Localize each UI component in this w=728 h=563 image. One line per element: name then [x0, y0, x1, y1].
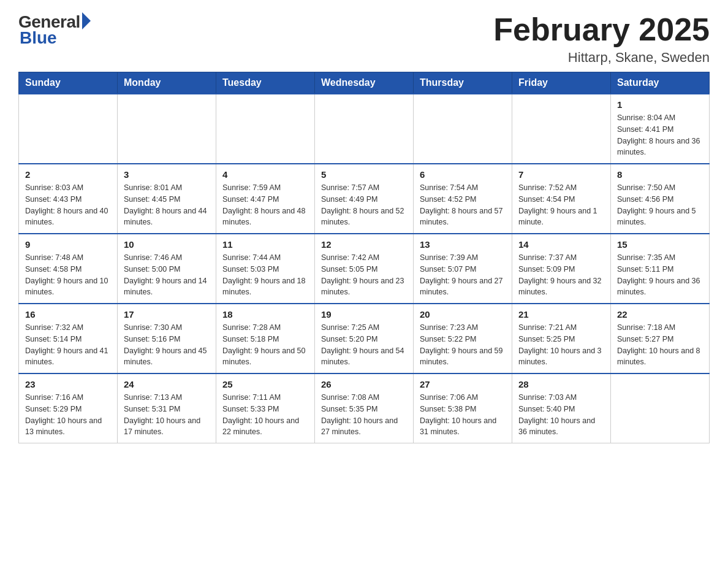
day-sun-info: Sunrise: 7:11 AMSunset: 5:33 PMDaylight:…	[222, 392, 308, 438]
weekday-header: Thursday	[414, 72, 512, 94]
day-number: 6	[420, 169, 506, 180]
day-number: 25	[222, 379, 308, 389]
day-number: 14	[518, 239, 604, 250]
calendar-day-cell: 1Sunrise: 8:04 AMSunset: 4:41 PMDaylight…	[611, 94, 710, 164]
calendar-day-cell	[512, 94, 611, 164]
day-number: 4	[222, 169, 308, 180]
calendar-day-cell: 28Sunrise: 7:03 AMSunset: 5:40 PMDayligh…	[512, 373, 611, 443]
calendar-day-cell: 7Sunrise: 7:52 AMSunset: 4:54 PMDaylight…	[512, 164, 611, 234]
calendar-day-cell: 4Sunrise: 7:59 AMSunset: 4:47 PMDaylight…	[216, 164, 315, 234]
calendar-day-cell	[118, 94, 216, 164]
calendar-day-cell: 21Sunrise: 7:21 AMSunset: 5:25 PMDayligh…	[512, 304, 611, 373]
logo-bottom-text: Blue	[20, 28, 57, 48]
day-number: 7	[518, 169, 604, 180]
day-sun-info: Sunrise: 7:37 AMSunset: 5:09 PMDaylight:…	[518, 252, 604, 298]
calendar-table: SundayMondayTuesdayWednesdayThursdayFrid…	[18, 72, 710, 443]
day-number: 5	[321, 169, 407, 180]
day-number: 15	[617, 239, 703, 250]
day-sun-info: Sunrise: 7:08 AMSunset: 5:35 PMDaylight:…	[321, 392, 407, 438]
day-number: 3	[124, 169, 210, 180]
page-header: General Blue February 2025 Hittarp, Skan…	[18, 12, 710, 66]
day-sun-info: Sunrise: 8:04 AMSunset: 4:41 PMDaylight:…	[617, 112, 703, 158]
day-sun-info: Sunrise: 8:01 AMSunset: 4:45 PMDaylight:…	[124, 182, 210, 228]
calendar-day-cell: 8Sunrise: 7:50 AMSunset: 4:56 PMDaylight…	[611, 164, 710, 234]
logo-triangle-icon	[82, 12, 91, 29]
calendar-day-cell: 18Sunrise: 7:28 AMSunset: 5:18 PMDayligh…	[216, 304, 315, 373]
day-sun-info: Sunrise: 7:18 AMSunset: 5:27 PMDaylight:…	[617, 322, 703, 368]
day-number: 12	[321, 239, 407, 250]
calendar-day-cell: 3Sunrise: 8:01 AMSunset: 4:45 PMDaylight…	[118, 164, 216, 234]
day-sun-info: Sunrise: 7:44 AMSunset: 5:03 PMDaylight:…	[222, 252, 308, 298]
day-number: 9	[25, 239, 111, 250]
day-number: 13	[420, 239, 506, 250]
day-number: 19	[321, 309, 407, 320]
day-sun-info: Sunrise: 8:03 AMSunset: 4:43 PMDaylight:…	[25, 182, 111, 228]
calendar-day-cell: 13Sunrise: 7:39 AMSunset: 5:07 PMDayligh…	[414, 234, 512, 304]
calendar-day-cell	[414, 94, 512, 164]
calendar-day-cell: 23Sunrise: 7:16 AMSunset: 5:29 PMDayligh…	[19, 373, 118, 443]
month-title: February 2025	[493, 12, 710, 47]
day-number: 21	[518, 309, 604, 320]
calendar-day-cell: 26Sunrise: 7:08 AMSunset: 5:35 PMDayligh…	[315, 373, 414, 443]
calendar-day-cell: 5Sunrise: 7:57 AMSunset: 4:49 PMDaylight…	[315, 164, 414, 234]
calendar-day-cell: 6Sunrise: 7:54 AMSunset: 4:52 PMDaylight…	[414, 164, 512, 234]
calendar-day-cell: 17Sunrise: 7:30 AMSunset: 5:16 PMDayligh…	[118, 304, 216, 373]
day-sun-info: Sunrise: 7:25 AMSunset: 5:20 PMDaylight:…	[321, 322, 407, 368]
logo: General Blue	[18, 12, 93, 48]
day-number: 27	[420, 379, 506, 389]
day-sun-info: Sunrise: 7:42 AMSunset: 5:05 PMDaylight:…	[321, 252, 407, 298]
day-sun-info: Sunrise: 7:03 AMSunset: 5:40 PMDaylight:…	[518, 392, 604, 438]
calendar-day-cell	[216, 94, 315, 164]
weekday-header: Monday	[118, 72, 216, 94]
weekday-header: Tuesday	[216, 72, 315, 94]
calendar-day-cell: 9Sunrise: 7:48 AMSunset: 4:58 PMDaylight…	[19, 234, 118, 304]
day-number: 2	[25, 169, 111, 180]
day-number: 10	[124, 239, 210, 250]
calendar-day-cell: 24Sunrise: 7:13 AMSunset: 5:31 PMDayligh…	[118, 373, 216, 443]
day-sun-info: Sunrise: 7:46 AMSunset: 5:00 PMDaylight:…	[124, 252, 210, 298]
day-sun-info: Sunrise: 7:30 AMSunset: 5:16 PMDaylight:…	[124, 322, 210, 368]
calendar-day-cell	[19, 94, 118, 164]
calendar-day-cell	[315, 94, 414, 164]
day-number: 17	[124, 309, 210, 320]
calendar-day-cell: 25Sunrise: 7:11 AMSunset: 5:33 PMDayligh…	[216, 373, 315, 443]
day-number: 20	[420, 309, 506, 320]
day-number: 16	[25, 309, 111, 320]
day-number: 11	[222, 239, 308, 250]
day-sun-info: Sunrise: 7:35 AMSunset: 5:11 PMDaylight:…	[617, 252, 703, 298]
day-sun-info: Sunrise: 7:52 AMSunset: 4:54 PMDaylight:…	[518, 182, 604, 228]
day-number: 24	[124, 379, 210, 389]
calendar-day-cell: 11Sunrise: 7:44 AMSunset: 5:03 PMDayligh…	[216, 234, 315, 304]
location: Hittarp, Skane, Sweden	[493, 50, 710, 66]
weekday-header: Saturday	[611, 72, 710, 94]
day-sun-info: Sunrise: 7:57 AMSunset: 4:49 PMDaylight:…	[321, 182, 407, 228]
calendar-day-cell: 19Sunrise: 7:25 AMSunset: 5:20 PMDayligh…	[315, 304, 414, 373]
calendar-header-row: SundayMondayTuesdayWednesdayThursdayFrid…	[19, 72, 710, 94]
calendar-day-cell: 10Sunrise: 7:46 AMSunset: 5:00 PMDayligh…	[118, 234, 216, 304]
day-number: 26	[321, 379, 407, 389]
day-sun-info: Sunrise: 7:54 AMSunset: 4:52 PMDaylight:…	[420, 182, 506, 228]
calendar-day-cell	[611, 373, 710, 443]
day-number: 8	[617, 169, 703, 180]
calendar-day-cell: 22Sunrise: 7:18 AMSunset: 5:27 PMDayligh…	[611, 304, 710, 373]
calendar-day-cell: 20Sunrise: 7:23 AMSunset: 5:22 PMDayligh…	[414, 304, 512, 373]
calendar-day-cell: 27Sunrise: 7:06 AMSunset: 5:38 PMDayligh…	[414, 373, 512, 443]
calendar-day-cell: 16Sunrise: 7:32 AMSunset: 5:14 PMDayligh…	[19, 304, 118, 373]
day-sun-info: Sunrise: 7:32 AMSunset: 5:14 PMDaylight:…	[25, 322, 111, 368]
calendar-day-cell: 15Sunrise: 7:35 AMSunset: 5:11 PMDayligh…	[611, 234, 710, 304]
day-sun-info: Sunrise: 7:21 AMSunset: 5:25 PMDaylight:…	[518, 322, 604, 368]
calendar-week-row: 16Sunrise: 7:32 AMSunset: 5:14 PMDayligh…	[19, 304, 710, 373]
calendar-day-cell: 14Sunrise: 7:37 AMSunset: 5:09 PMDayligh…	[512, 234, 611, 304]
day-sun-info: Sunrise: 7:50 AMSunset: 4:56 PMDaylight:…	[617, 182, 703, 228]
title-block: February 2025 Hittarp, Skane, Sweden	[493, 12, 710, 66]
weekday-header: Wednesday	[315, 72, 414, 94]
calendar-day-cell: 12Sunrise: 7:42 AMSunset: 5:05 PMDayligh…	[315, 234, 414, 304]
day-number: 22	[617, 309, 703, 320]
day-sun-info: Sunrise: 7:16 AMSunset: 5:29 PMDaylight:…	[25, 392, 111, 438]
day-sun-info: Sunrise: 7:48 AMSunset: 4:58 PMDaylight:…	[25, 252, 111, 298]
calendar-week-row: 9Sunrise: 7:48 AMSunset: 4:58 PMDaylight…	[19, 234, 710, 304]
calendar-week-row: 2Sunrise: 8:03 AMSunset: 4:43 PMDaylight…	[19, 164, 710, 234]
day-sun-info: Sunrise: 7:28 AMSunset: 5:18 PMDaylight:…	[222, 322, 308, 368]
day-number: 1	[617, 99, 703, 110]
weekday-header: Sunday	[19, 72, 118, 94]
